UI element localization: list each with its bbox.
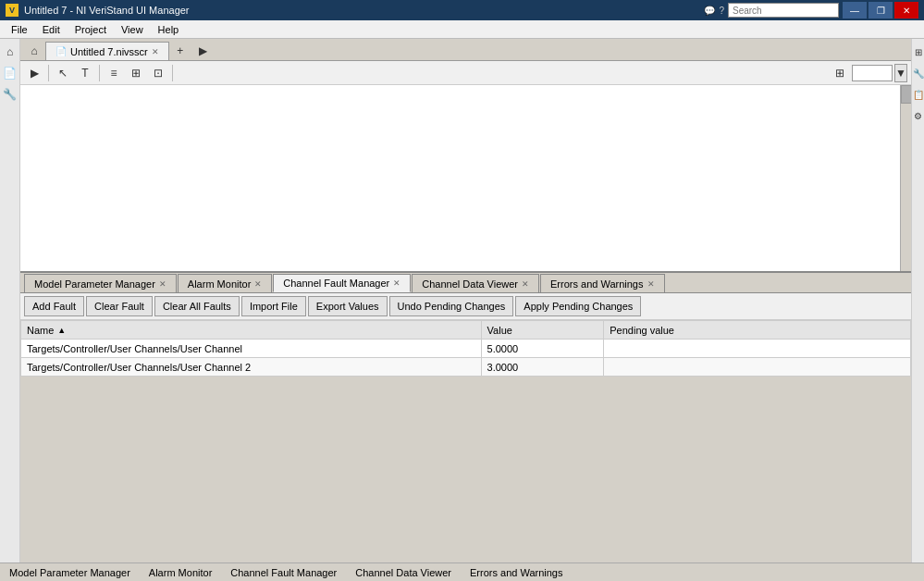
nav-forward-icon[interactable]: ▶	[193, 42, 214, 60]
tool-icon[interactable]: 🔧	[0, 85, 20, 104]
row1-pending[interactable]	[604, 340, 911, 358]
search-input[interactable]	[728, 3, 839, 18]
status-channel-fault[interactable]: Channel Fault Manager	[225, 567, 342, 578]
col-header-pending[interactable]: Pending value	[604, 321, 911, 340]
minimize-button[interactable]: —	[843, 2, 867, 19]
add-fault-button[interactable]: Add Fault	[24, 296, 84, 316]
menu-file[interactable]: File	[4, 22, 35, 37]
clear-fault-button[interactable]: Clear Fault	[86, 296, 153, 316]
export-values-button[interactable]: Export Values	[308, 296, 388, 316]
row2-pending[interactable]	[604, 358, 911, 377]
zoom-control: ⊞ 100% ▼	[830, 64, 907, 82]
undo-pending-button[interactable]: Undo Pending Changes	[389, 296, 514, 316]
status-channel-data[interactable]: Channel Data Viewer	[350, 567, 457, 578]
toolbar-row: ▶ ↖ T ≡ ⊞ ⊡ ⊞ 100% ▼	[20, 61, 911, 85]
zoom-dropdown-btn[interactable]: ▼	[894, 64, 907, 82]
status-bar: Model Parameter Manager Alarm Monitor Ch…	[0, 562, 924, 581]
toolbar-run-icon[interactable]: ▶	[24, 64, 44, 82]
tab-errors-warnings[interactable]: Errors and Warnings ✕	[540, 274, 664, 292]
tab-channel-data-viewer[interactable]: Channel Data Viewer ✕	[412, 274, 539, 292]
add-tab-icon[interactable]: +	[170, 42, 191, 60]
titlebar-left: V Untitled 7 - NI VeriStand UI Manager	[6, 4, 190, 17]
right-tool-4[interactable]: ⚙	[908, 106, 925, 125]
canvas-wrapper	[20, 85, 911, 271]
title-bar: V Untitled 7 - NI VeriStand UI Manager 💬…	[0, 0, 924, 20]
row2-name[interactable]: Targets/Controller/User Channels/User Ch…	[21, 358, 482, 377]
right-tool-3[interactable]: 📋	[908, 85, 925, 104]
row1-value[interactable]: 5.0000	[481, 340, 604, 358]
menu-view[interactable]: View	[114, 22, 151, 37]
app-icon: V	[6, 4, 18, 17]
col-header-name[interactable]: Name ▲	[21, 321, 482, 340]
row2-value[interactable]: 3.0000	[481, 358, 604, 377]
toolbar-text-icon[interactable]: T	[75, 64, 95, 82]
menu-bar: File Edit Project View Help	[0, 20, 924, 39]
right-sidebar: ⊞ 🔧 📋 ⚙	[911, 39, 924, 562]
bottom-section: Model Parameter Manager ✕ Alarm Monitor …	[20, 271, 911, 562]
menu-project[interactable]: Project	[68, 22, 114, 37]
toolbar-divider-2	[99, 65, 100, 81]
app-window: V Untitled 7 - NI VeriStand UI Manager 💬…	[0, 0, 924, 581]
home-nav-icon[interactable]: ⌂	[24, 42, 44, 60]
sort-arrow-name: ▲	[57, 326, 66, 335]
window-title: Untitled 7 - NI VeriStand UI Manager	[24, 5, 190, 16]
file-tab-label: Untitled 7.nivsscr	[70, 46, 148, 57]
file-tab-close[interactable]: ✕	[152, 47, 159, 56]
toolbar-divider-3	[172, 65, 173, 81]
canvas[interactable]	[20, 85, 900, 271]
left-sidebar: ⌂ 📄 🔧	[0, 39, 20, 562]
toolbar-resize-icon[interactable]: ⊡	[148, 64, 168, 82]
restore-button[interactable]: ❐	[869, 2, 893, 19]
toolbar-select-icon[interactable]: ↖	[53, 64, 73, 82]
tab-close-alarm[interactable]: ✕	[254, 279, 262, 289]
apply-pending-button[interactable]: Apply Pending Changes	[515, 296, 641, 316]
fault-table-container: Name ▲ Value Pending value	[20, 320, 911, 562]
table-row: Targets/Controller/User Channels/User Ch…	[21, 340, 911, 358]
tab-close-errors[interactable]: ✕	[647, 279, 655, 289]
tab-close-fault[interactable]: ✕	[393, 278, 400, 288]
center-section: ⌂ 📄 Untitled 7.nivsscr ✕ + ▶ ▶ ↖ T ≡ ⊞ ⊡	[20, 39, 911, 562]
file-tab-untitled7[interactable]: 📄 Untitled 7.nivsscr ✕	[45, 42, 169, 60]
home-icon[interactable]: ⌂	[0, 43, 20, 61]
col-header-value[interactable]: Value	[481, 321, 604, 340]
main-area: ⌂ 📄 🔧 ⌂ 📄 Untitled 7.nivsscr ✕ + ▶ ▶	[0, 39, 924, 562]
menu-help[interactable]: Help	[151, 22, 187, 37]
table-row: Targets/Controller/User Channels/User Ch…	[21, 358, 911, 377]
grid-toggle-icon[interactable]: ⊞	[830, 64, 850, 82]
clear-all-faults-button[interactable]: Clear All Faults	[154, 296, 240, 316]
file-tab-bar: ⌂ 📄 Untitled 7.nivsscr ✕ + ▶	[20, 39, 911, 61]
bottom-tab-strip: Model Parameter Manager ✕ Alarm Monitor …	[20, 273, 911, 293]
toolbar-distribute-icon[interactable]: ⊞	[126, 64, 146, 82]
tab-model-parameter-manager[interactable]: Model Parameter Manager ✕	[24, 274, 177, 292]
tab-close-model[interactable]: ✕	[159, 279, 166, 289]
status-alarm-monitor[interactable]: Alarm Monitor	[143, 567, 217, 578]
status-errors[interactable]: Errors and Warnings	[464, 567, 568, 578]
zoom-input[interactable]: 100%	[852, 65, 893, 81]
tab-alarm-monitor[interactable]: Alarm Monitor ✕	[178, 274, 272, 292]
file-icon[interactable]: 📄	[0, 64, 20, 82]
right-tool-2[interactable]: 🔧	[908, 64, 925, 82]
row1-name[interactable]: Targets/Controller/User Channels/User Ch…	[21, 340, 482, 358]
fault-table: Name ▲ Value Pending value	[20, 320, 911, 377]
action-bar: Add Fault Clear Fault Clear All Faults I…	[20, 293, 911, 320]
file-tab-icon: 📄	[55, 46, 67, 56]
right-tool-1[interactable]: ⊞	[908, 43, 925, 61]
close-button[interactable]: ✕	[894, 2, 918, 19]
tab-channel-fault-manager[interactable]: Channel Fault Manager ✕	[273, 274, 411, 292]
toolbar-divider-1	[48, 65, 49, 81]
tab-close-data[interactable]: ✕	[522, 279, 529, 289]
menu-edit[interactable]: Edit	[35, 22, 68, 37]
import-file-button[interactable]: Import File	[241, 296, 306, 316]
window-controls: — ❐ ✕	[843, 2, 918, 19]
toolbar-align-icon[interactable]: ≡	[104, 64, 124, 82]
status-model-parameter[interactable]: Model Parameter Manager	[4, 567, 136, 578]
